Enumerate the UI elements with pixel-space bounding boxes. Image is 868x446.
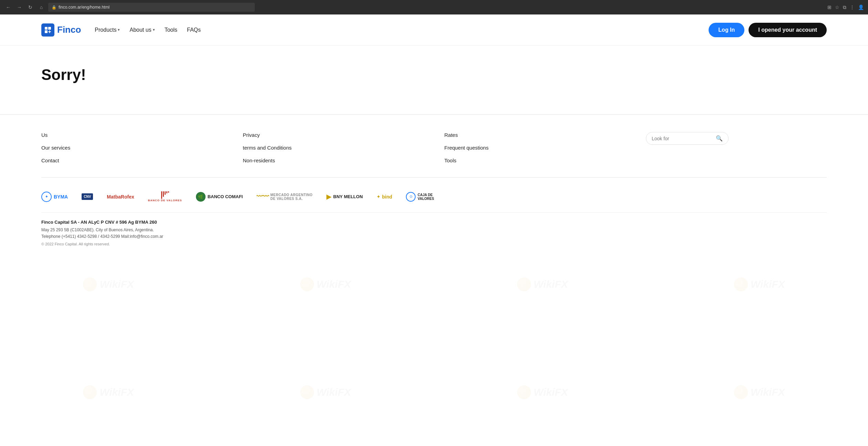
partner-cnv[interactable]: CNV	[82, 193, 93, 200]
partner-caja-valores[interactable]: ⬡ CAJA DEVALORES	[406, 192, 434, 202]
back-button[interactable]: ←	[4, 3, 12, 11]
about-chevron: ▾	[153, 28, 155, 32]
partner-banco-valores[interactable]: BANCO DE VALORES	[148, 191, 182, 202]
products-chevron: ▾	[118, 28, 120, 32]
translate-icon[interactable]: ⊞	[827, 4, 832, 10]
banco-valores-logo: BANCO DE VALORES	[148, 191, 182, 202]
footer-col-1: Us Our services Contact	[41, 132, 222, 163]
logo-icon	[41, 23, 54, 37]
profile-icon[interactable]: 👤	[858, 4, 864, 10]
forward-button[interactable]: →	[15, 3, 23, 11]
footer-top: Us Our services Contact Privacy terms an…	[41, 132, 827, 177]
browser-chrome: ← → ↻ ⌂ 🔒 finco.com.ar/eng/home.html ⊞ ☆…	[0, 0, 868, 14]
footer-col-3: Rates Frequent questions Tools	[445, 132, 625, 163]
partner-bny-mellon[interactable]: ▶ BNY MELLON	[326, 193, 363, 201]
nav-tools[interactable]: Tools	[165, 27, 177, 33]
partners-divider	[41, 177, 827, 178]
footer-link-contact[interactable]: Contact	[41, 158, 222, 163]
legal-company: Finco Capital SA - AN ALyC P CNV # 596 A…	[41, 220, 827, 225]
footer-link-tools[interactable]: Tools	[445, 158, 625, 163]
partner-bind[interactable]: ✦ bind	[377, 194, 393, 200]
matbarofex-text: MatbaRofex	[107, 194, 134, 200]
footer-link-frequent-questions[interactable]: Frequent questions	[445, 145, 625, 151]
main-content: Sorry!	[0, 45, 868, 114]
logo-text: Finco	[57, 24, 81, 35]
home-button[interactable]: ⌂	[37, 3, 45, 11]
bny-arrow-icon: ▶	[326, 193, 331, 201]
nav-links: Products ▾ About us ▾ Tools FAQs	[95, 27, 709, 33]
address-bar[interactable]: 🔒 finco.com.ar/eng/home.html	[48, 3, 255, 12]
nav-faqs[interactable]: FAQs	[187, 27, 201, 33]
lock-icon: 🔒	[52, 5, 56, 10]
partner-byma[interactable]: ✦ BYMA	[41, 192, 68, 202]
footer-link-us[interactable]: Us	[41, 132, 222, 138]
caja-valores-text: CAJA DEVALORES	[418, 193, 434, 201]
caja-circle-icon: ⬡	[406, 192, 416, 202]
footer-search-input[interactable]	[652, 136, 713, 141]
menu-icon[interactable]: ⋮	[850, 4, 855, 10]
legal-section: Finco Capital SA - AN ALyC P CNV # 596 A…	[41, 212, 827, 246]
footer-search-area: 🔍	[646, 132, 827, 145]
bookmark-icon[interactable]: ☆	[835, 4, 839, 10]
login-button[interactable]: Log In	[709, 23, 744, 37]
legal-copyright: © 2022 Finco Capital. All rights reserve…	[41, 242, 827, 246]
comafi-circle-icon: 🌿	[196, 192, 206, 202]
legal-address: May 25 293 5B (C1002ABE). City of Buenos…	[41, 227, 827, 233]
page-wrapper: Finco Products ▾ About us ▾ Tools FAQs L…	[0, 14, 868, 256]
search-box[interactable]: 🔍	[646, 132, 729, 145]
browser-toolbar-icons: ⊞ ☆ ⧉ ⋮ 👤	[827, 4, 864, 10]
nav-buttons: Log In I opened your account	[709, 23, 827, 37]
comafi-text: BANCO COMAFI	[208, 194, 243, 199]
bind-text: bind	[382, 194, 393, 200]
finco-logo-svg	[44, 26, 52, 34]
footer-link-rates[interactable]: Rates	[445, 132, 625, 138]
footer-link-our-services[interactable]: Our services	[41, 145, 222, 151]
svg-rect-1	[48, 27, 51, 30]
partner-banco-comafi[interactable]: 🌿 BANCO COMAFI	[196, 192, 243, 202]
partners-row: ✦ BYMA CNV MatbaRofex	[41, 188, 827, 212]
nav-products[interactable]: Products ▾	[95, 27, 120, 33]
search-icon[interactable]: 🔍	[716, 135, 723, 142]
footer: Us Our services Contact Privacy terms an…	[0, 115, 868, 256]
cnv-box-icon: CNV	[82, 193, 93, 200]
legal-telephone: Telephone (+5411) 4342-5298 / 4342-5299 …	[41, 233, 827, 240]
navbar: Finco Products ▾ About us ▾ Tools FAQs L…	[0, 14, 868, 45]
extensions-icon[interactable]: ⧉	[843, 4, 846, 10]
nav-about-us[interactable]: About us ▾	[129, 27, 155, 33]
footer-link-non-residents[interactable]: Non-residents	[243, 158, 423, 163]
url-text: finco.com.ar/eng/home.html	[59, 5, 109, 10]
refresh-button[interactable]: ↻	[26, 3, 34, 11]
byma-circle-icon: ✦	[41, 192, 52, 202]
bny-mellon-text: BNY MELLON	[333, 194, 363, 199]
footer-link-terms[interactable]: terms and Conditions	[243, 145, 423, 151]
footer-col-2: Privacy terms and Conditions Non-residen…	[243, 132, 423, 163]
svg-rect-2	[45, 30, 48, 33]
partner-mercado-argentino[interactable]: 〰〰 MERCADO ARGENTINODE VALORES S.A.	[257, 193, 313, 201]
logo-area[interactable]: Finco	[41, 23, 81, 37]
byma-text: BYMA	[54, 194, 68, 200]
footer-link-privacy[interactable]: Privacy	[243, 132, 423, 138]
svg-rect-0	[45, 27, 48, 30]
mercado-text: MERCADO ARGENTINODE VALORES S.A.	[270, 193, 313, 201]
sorry-heading: Sorry!	[41, 66, 827, 83]
open-account-button[interactable]: I opened your account	[749, 23, 827, 37]
bind-star-icon: ✦	[377, 194, 380, 199]
partner-matbarofex[interactable]: MatbaRofex	[107, 194, 134, 200]
